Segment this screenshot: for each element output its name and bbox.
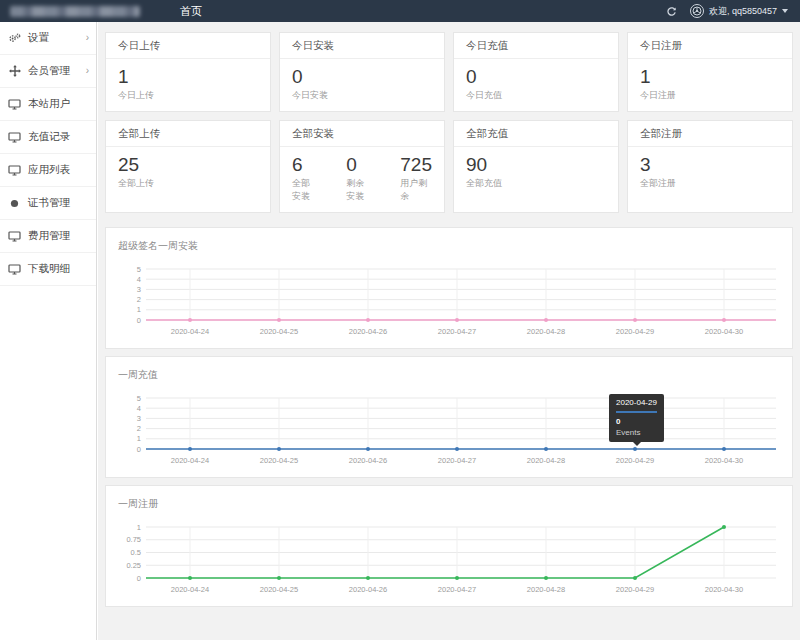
svg-text:4: 4: [137, 275, 141, 284]
stat-card-body: 1 今日注册: [628, 59, 792, 111]
metric-value: 0: [346, 154, 370, 176]
sidebar-item-label: 本站用户: [28, 97, 70, 111]
svg-text:2020-04-29: 2020-04-29: [616, 456, 654, 465]
stat-cards-row-total: 全部上传 25 全部上传 全部安装 6 全部安装 0 剩余安装 725 用户剩余…: [105, 120, 793, 213]
svg-text:2020-04-24: 2020-04-24: [171, 585, 209, 594]
sidebar-item-label: 应用列表: [28, 163, 70, 177]
svg-text:2020-04-30: 2020-04-30: [705, 327, 743, 336]
navbar-right: 欢迎, qq5850457: [666, 4, 800, 18]
sidebar-item-4[interactable]: 充值记录: [0, 121, 96, 154]
metric-label: 用户剩余: [400, 177, 432, 203]
svg-text:3: 3: [137, 285, 141, 294]
cogs-icon: [7, 33, 22, 44]
sidebar-item-5[interactable]: 应用列表: [0, 154, 96, 187]
svg-text:2020-04-25: 2020-04-25: [260, 585, 298, 594]
sidebar-item-label: 会员管理: [28, 64, 70, 78]
svg-text:4: 4: [137, 404, 141, 413]
metric-label: 全部注册: [640, 177, 676, 190]
stat-card-title: 今日充值: [454, 33, 618, 59]
desktop-icon: [7, 264, 22, 275]
metric-value: 90: [466, 154, 502, 176]
chart-canvas[interactable]: 0123452020-04-242020-04-252020-04-262020…: [118, 265, 780, 341]
metric: 0 今日充值: [466, 66, 502, 102]
metric: 0 剩余安装: [346, 154, 370, 203]
svg-text:2020-04-30: 2020-04-30: [705, 585, 743, 594]
metric-value: 6: [292, 154, 316, 176]
svg-text:0: 0: [137, 445, 141, 454]
metric-label: 全部充值: [466, 177, 502, 190]
metric-value: 725: [400, 154, 432, 176]
svg-text:2020-04-29: 2020-04-29: [616, 327, 654, 336]
svg-text:1: 1: [137, 305, 141, 314]
metric-label: 今日上传: [118, 89, 154, 102]
chart-panel-2: 一周充值 0123452020-04-242020-04-252020-04-2…: [105, 356, 793, 478]
desktop-icon: [7, 165, 22, 176]
svg-text:1: 1: [137, 434, 141, 443]
svg-text:5: 5: [137, 265, 141, 274]
avatar-icon: [690, 4, 704, 18]
stat-card-title: 今日上传: [106, 33, 270, 59]
desktop-icon: [7, 99, 22, 110]
stat-card-title: 全部充值: [454, 121, 618, 147]
metric: 25 全部上传: [118, 154, 154, 190]
line-chart: 0123452020-04-242020-04-252020-04-262020…: [118, 265, 780, 341]
svg-text:2020-04-27: 2020-04-27: [438, 456, 476, 465]
sidebar-item-3[interactable]: 本站用户: [0, 88, 96, 121]
main-content: 今日上传 1 今日上传 今日安装 0 今日安装 今日充值 0 今日充值 今日注册…: [98, 22, 800, 640]
metric-value: 0: [292, 66, 328, 88]
top-navbar: 首页 欢迎, qq5850457: [0, 0, 800, 22]
desktop-icon: [7, 132, 22, 143]
metric-label: 全部上传: [118, 177, 154, 190]
sidebar-item-6[interactable]: 证书管理: [0, 187, 96, 220]
svg-text:2020-04-25: 2020-04-25: [260, 456, 298, 465]
metric: 1 今日注册: [640, 66, 676, 102]
chart-canvas[interactable]: 0123452020-04-242020-04-252020-04-262020…: [118, 394, 780, 470]
metric: 0 今日安装: [292, 66, 328, 102]
svg-text:2: 2: [137, 424, 141, 433]
svg-text:3: 3: [137, 414, 141, 423]
brand-logo-blurred[interactable]: [10, 6, 140, 17]
metric-label: 今日充值: [466, 89, 502, 102]
stat-card: 全部上传 25 全部上传: [105, 120, 271, 213]
tooltip-label: Events: [616, 428, 657, 437]
stat-card-body: 25 全部上传: [106, 147, 270, 199]
svg-text:2020-04-26: 2020-04-26: [349, 585, 387, 594]
circle-icon: [7, 198, 22, 209]
chart-title: 一周充值: [118, 368, 780, 382]
svg-text:2020-04-24: 2020-04-24: [171, 456, 209, 465]
stat-card-body: 0 今日安装: [280, 59, 444, 111]
sidebar-item-label: 下载明细: [28, 262, 70, 276]
svg-text:2020-04-25: 2020-04-25: [260, 327, 298, 336]
sidebar-item-7[interactable]: 费用管理: [0, 220, 96, 253]
stat-card-body: 90 全部充值: [454, 147, 618, 199]
charts-section: 超级签名一周安装 0123452020-04-242020-04-252020-…: [105, 227, 793, 607]
sidebar-item-1[interactable]: 设置 ›: [0, 22, 96, 55]
stat-cards-row-today: 今日上传 1 今日上传 今日安装 0 今日安装 今日充值 0 今日充值 今日注册…: [105, 32, 793, 112]
chart-title: 一周注册: [118, 497, 780, 511]
chart-panel-1: 超级签名一周安装 0123452020-04-242020-04-252020-…: [105, 227, 793, 349]
tab-home[interactable]: 首页: [168, 0, 214, 22]
svg-text:2020-04-28: 2020-04-28: [527, 327, 565, 336]
svg-text:2020-04-27: 2020-04-27: [438, 585, 476, 594]
sidebar-item-8[interactable]: 下载明细: [0, 253, 96, 286]
metric-value: 3: [640, 154, 676, 176]
chart-canvas[interactable]: 00.250.50.7512020-04-242020-04-252020-04…: [118, 523, 780, 599]
stat-card: 全部充值 90 全部充值: [453, 120, 619, 213]
stat-card-body: 0 今日充值: [454, 59, 618, 111]
metric-label: 今日注册: [640, 89, 676, 102]
sidebar-item-2[interactable]: 会员管理 ›: [0, 55, 96, 88]
chart-tooltip: 2020-04-29 0 Events: [609, 394, 664, 442]
line-chart: 00.250.50.7512020-04-242020-04-252020-04…: [118, 523, 780, 599]
tooltip-value: 0: [616, 417, 657, 426]
refresh-icon[interactable]: [666, 6, 677, 17]
stat-card: 今日上传 1 今日上传: [105, 32, 271, 112]
tooltip-caret-icon: [633, 442, 641, 446]
stat-card-body: 6 全部安装 0 剩余安装 725 用户剩余: [280, 147, 444, 212]
sidebar-item-label: 费用管理: [28, 229, 70, 243]
user-menu[interactable]: 欢迎, qq5850457: [690, 4, 788, 18]
svg-text:0: 0: [137, 316, 141, 325]
tooltip-date: 2020-04-29: [616, 398, 657, 413]
stat-card-title: 全部注册: [628, 121, 792, 147]
svg-text:2020-04-26: 2020-04-26: [349, 456, 387, 465]
stat-card: 今日安装 0 今日安装: [279, 32, 445, 112]
